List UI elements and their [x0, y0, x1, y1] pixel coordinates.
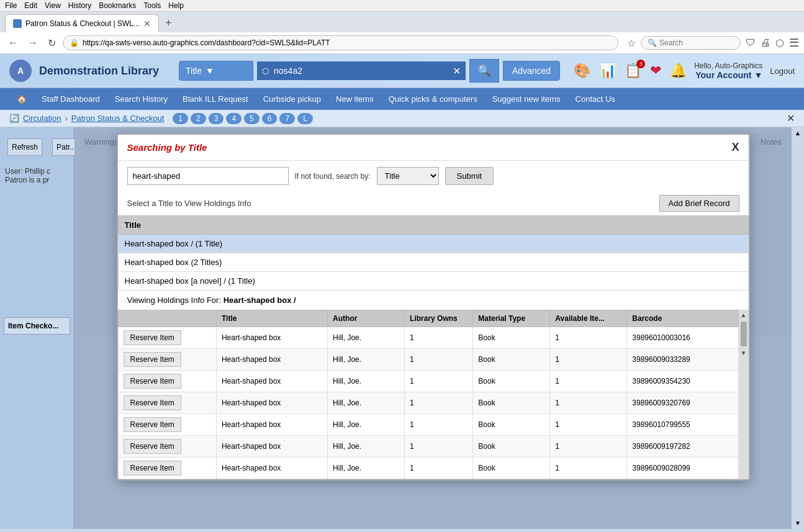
- holdings-scrollbar[interactable]: ▲ ▼: [739, 310, 749, 479]
- holdings-type-4: Book: [473, 414, 550, 436]
- scroll-thumb[interactable]: [741, 322, 747, 346]
- menu-file[interactable]: File: [5, 1, 17, 10]
- scroll-down-arrow[interactable]: ▼: [739, 348, 749, 358]
- nav-search-history[interactable]: Search History: [107, 88, 175, 110]
- tab-close-button[interactable]: ✕: [143, 19, 151, 29]
- reserve-item-button-1[interactable]: Reserve Item: [124, 352, 181, 367]
- search-icon: 🔍: [648, 38, 657, 47]
- list-icon[interactable]: 📋 3: [625, 63, 641, 79]
- main-scroll-down[interactable]: ▼: [795, 520, 801, 526]
- menu-help[interactable]: Help: [168, 1, 184, 10]
- search-clear-button[interactable]: ✕: [453, 65, 461, 77]
- nav-quick-picks[interactable]: Quick picks & computers: [381, 88, 485, 110]
- breadcrumb-pill-l[interactable]: L: [297, 113, 313, 124]
- reload-button[interactable]: ↻: [45, 36, 59, 50]
- holdings-author-5: Hill, Joe.: [328, 436, 405, 458]
- title-row-3[interactable]: Heart-shaped box [a novel] / (1 Title): [118, 272, 748, 291]
- menu-edit[interactable]: Edit: [24, 1, 37, 10]
- heart-icon[interactable]: ❤: [650, 63, 661, 79]
- browser-tab-active[interactable]: Patron Status & Checkout | SWL... ✕: [5, 14, 159, 32]
- reserve-item-button-0[interactable]: Reserve Item: [124, 330, 181, 345]
- breadcrumb-pill-7[interactable]: 7: [279, 113, 295, 124]
- back-button[interactable]: ←: [5, 36, 21, 50]
- holdings-row: Reserve Item Heart-shaped box Hill, Joe.…: [118, 458, 738, 479]
- barcode-icon[interactable]: 📊: [599, 63, 616, 79]
- bookmark-icon[interactable]: ☆: [627, 37, 636, 49]
- title-row-1[interactable]: Heart-shaped box / (1 Title): [118, 235, 748, 253]
- breadcrumb-close-button[interactable]: ✕: [787, 112, 795, 124]
- menu-history[interactable]: History: [68, 1, 91, 10]
- main-search-input[interactable]: [271, 61, 453, 80]
- nav-home[interactable]: 🏠: [9, 88, 34, 110]
- holdings-avail-6: 1: [550, 458, 627, 479]
- app-icons: 🎨 📊 📋 3 ❤ 🔔: [574, 63, 687, 79]
- forward-button[interactable]: →: [25, 36, 41, 50]
- holdings-type-1: Book: [473, 349, 550, 371]
- col-header-type: Material Type: [473, 310, 550, 327]
- reserve-item-button-3[interactable]: Reserve Item: [124, 395, 181, 410]
- nav-suggest[interactable]: Suggest new items: [485, 88, 568, 110]
- breadcrumb-pill-4[interactable]: 4: [226, 113, 242, 124]
- print-icon[interactable]: 🖨: [761, 37, 770, 48]
- scroll-up-arrow[interactable]: ▲: [739, 310, 749, 320]
- modal-search-input[interactable]: [127, 167, 289, 185]
- account-dropdown[interactable]: Your Account ▼: [694, 70, 762, 80]
- search-go-button[interactable]: 🔍: [469, 59, 499, 83]
- title-row-2[interactable]: Heart-shaped box (2 Titles): [118, 253, 748, 272]
- submit-button[interactable]: Submit: [445, 167, 494, 185]
- browser-search-input[interactable]: [659, 38, 734, 47]
- holdings-avail-4: 1: [550, 414, 627, 436]
- holdings-type-6: Book: [473, 458, 550, 479]
- breadcrumb-pill-6[interactable]: 6: [262, 113, 278, 124]
- breadcrumb-pill-2[interactable]: 2: [191, 113, 206, 124]
- holdings-barcode-2: 39896009354230: [627, 371, 738, 392]
- breadcrumb-pill-1[interactable]: 1: [173, 113, 188, 124]
- breadcrumb-circulation[interactable]: Circulation: [23, 114, 61, 123]
- breadcrumb-pill-5[interactable]: 5: [244, 113, 260, 124]
- holdings-title-3: Heart-shaped box: [216, 392, 327, 414]
- shield-icon[interactable]: 🛡: [746, 37, 756, 48]
- holdings-owns-4: 1: [405, 414, 473, 436]
- user-avatar: A: [9, 60, 32, 82]
- menu-view[interactable]: View: [45, 1, 61, 10]
- col-header-reserve: [118, 310, 216, 327]
- nav-blank-ill[interactable]: Blank ILL Request: [175, 88, 256, 110]
- extensions-icon[interactable]: ⬡: [775, 37, 784, 49]
- menu-bookmarks[interactable]: Bookmarks: [99, 1, 136, 10]
- holdings-avail-5: 1: [550, 436, 627, 458]
- right-panel: ▲ ▼: [792, 127, 804, 529]
- breadcrumb-patron-status[interactable]: Patron Status & Checkout: [71, 114, 165, 123]
- nav-contact[interactable]: Contact Us: [568, 88, 623, 110]
- main-scroll-up[interactable]: ▲: [795, 130, 801, 137]
- add-brief-record-button[interactable]: Add Brief Record: [659, 195, 739, 212]
- reserve-item-button-4[interactable]: Reserve Item: [124, 417, 181, 432]
- nav-staff-dashboard[interactable]: Staff Dashboard: [34, 88, 107, 110]
- tab-title: Patron Status & Checkout | SWL...: [25, 19, 140, 28]
- search-by-dropdown[interactable]: Title Author Subject Keyword: [377, 167, 439, 185]
- holdings-row: Reserve Item Heart-shaped box Hill, Joe.…: [118, 371, 738, 392]
- hamburger-menu[interactable]: ☰: [789, 36, 799, 50]
- breadcrumb-pill-3[interactable]: 3: [209, 113, 224, 124]
- reserve-item-button-6[interactable]: Reserve Item: [124, 461, 181, 476]
- holdings-type-5: Book: [473, 436, 550, 458]
- address-bar[interactable]: 🔒: [63, 35, 618, 50]
- new-tab-button[interactable]: +: [161, 16, 176, 31]
- menu-tools[interactable]: Tools: [143, 1, 161, 10]
- reserve-item-button-5[interactable]: Reserve Item: [124, 439, 181, 454]
- color-wheel-icon[interactable]: 🎨: [574, 63, 590, 79]
- holdings-title-2: Heart-shaped box: [216, 371, 327, 392]
- holdings-area: Title Author Library Owns Material Type …: [118, 310, 749, 479]
- if-not-found-label: If not found, search by:: [295, 172, 371, 181]
- url-input[interactable]: [83, 38, 612, 47]
- logout-button[interactable]: Logout: [770, 66, 795, 76]
- bell-icon[interactable]: 🔔: [670, 63, 687, 79]
- search-type-dropdown[interactable]: Title ▼: [179, 61, 253, 81]
- advanced-search-button[interactable]: Advanced: [503, 61, 560, 81]
- nav-new-items[interactable]: New items: [328, 88, 381, 110]
- holdings-title-1: Heart-shaped box: [216, 349, 327, 371]
- reserve-item-button-2[interactable]: Reserve Item: [124, 374, 181, 389]
- nav-curbside[interactable]: Curbside pickup: [256, 88, 328, 110]
- refresh-button[interactable]: Refresh: [7, 138, 42, 156]
- modal-close-button[interactable]: X: [731, 141, 739, 154]
- holdings-barcode-6: 39896009028099: [627, 458, 738, 479]
